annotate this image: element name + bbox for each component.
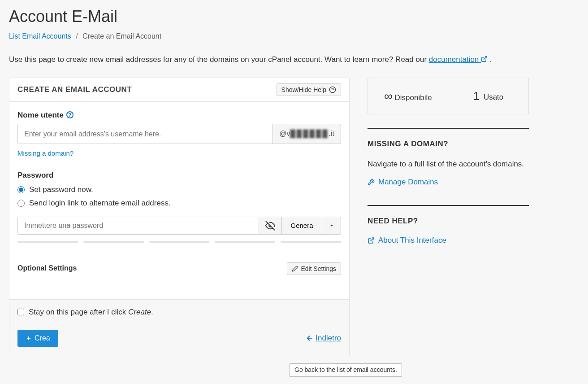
external-link-icon bbox=[481, 56, 488, 62]
create-button[interactable]: Crea bbox=[17, 330, 58, 347]
generate-password-button[interactable]: Genera bbox=[282, 217, 322, 235]
svg-line-6 bbox=[371, 238, 374, 241]
edit-settings-button[interactable]: Edit Settings bbox=[287, 262, 341, 275]
page-title: Account E-Mail bbox=[9, 5, 579, 28]
caret-down-icon bbox=[329, 223, 334, 228]
stats-card: ∞ Disponibile 1 Usato bbox=[368, 78, 529, 114]
password-strength-meter bbox=[17, 241, 341, 243]
toggle-password-visibility-button[interactable] bbox=[259, 217, 282, 235]
arrow-left-icon bbox=[306, 334, 314, 342]
generate-password-menu-button[interactable] bbox=[322, 217, 341, 235]
breadcrumb-link-list[interactable]: List Email Accounts bbox=[9, 32, 71, 40]
eye-off-icon bbox=[265, 221, 275, 231]
username-label: Nome utente bbox=[17, 110, 64, 121]
manage-domains-link[interactable]: Manage Domains bbox=[368, 177, 438, 188]
optional-settings-title: Optional Settings bbox=[17, 263, 77, 273]
stay-on-page-label[interactable]: Stay on this page after I click Create. bbox=[29, 307, 153, 318]
radio-set-password-now[interactable] bbox=[17, 186, 25, 193]
breadcrumb-separator: / bbox=[76, 32, 78, 40]
domain-addon[interactable]: @v██████.it bbox=[273, 124, 341, 144]
panel-title: CREATE AN EMAIL ACCOUNT bbox=[17, 84, 132, 95]
missing-domain-text: Navigate to a full list of the account's… bbox=[368, 158, 529, 170]
stats-available: ∞ Disponibile bbox=[368, 78, 448, 114]
need-help-title: NEED HELP? bbox=[368, 216, 529, 227]
password-label: Password bbox=[17, 170, 53, 181]
infinity-icon: ∞ bbox=[384, 89, 393, 103]
username-input[interactable] bbox=[17, 124, 273, 144]
svg-line-0 bbox=[484, 57, 487, 60]
stay-on-page-checkbox[interactable] bbox=[17, 309, 24, 315]
documentation-link[interactable]: documentation bbox=[429, 55, 488, 64]
help-icon bbox=[329, 86, 336, 93]
wrench-icon bbox=[368, 179, 375, 186]
breadcrumb-current: Create an Email Account bbox=[82, 32, 161, 40]
external-link-icon bbox=[368, 237, 375, 244]
missing-domain-link[interactable]: Missing a domain? bbox=[17, 149, 74, 157]
pencil-icon bbox=[292, 266, 298, 272]
radio-set-password-now-label[interactable]: Set password now. bbox=[29, 184, 93, 195]
radio-send-login-link-label[interactable]: Send login link to alternate email addre… bbox=[29, 198, 171, 209]
back-link[interactable]: Indietro bbox=[306, 333, 341, 344]
password-input[interactable] bbox=[17, 217, 259, 235]
username-help-icon[interactable]: ? bbox=[66, 111, 74, 118]
about-interface-link[interactable]: About This Interface bbox=[368, 235, 446, 246]
intro-text: Use this page to create new email addres… bbox=[9, 54, 579, 65]
optional-settings-body bbox=[9, 281, 349, 299]
missing-domain-title: MISSING A DOMAIN? bbox=[368, 139, 529, 149]
radio-send-login-link[interactable] bbox=[17, 200, 25, 207]
plus-icon bbox=[26, 335, 32, 341]
breadcrumb: List Email Accounts / Create an Email Ac… bbox=[9, 31, 579, 41]
stats-used: 1 Usato bbox=[448, 78, 528, 114]
show-hide-help-button[interactable]: Show/Hide Help bbox=[277, 83, 341, 96]
create-email-panel: CREATE AN EMAIL ACCOUNT Show/Hide Help N… bbox=[9, 78, 350, 357]
